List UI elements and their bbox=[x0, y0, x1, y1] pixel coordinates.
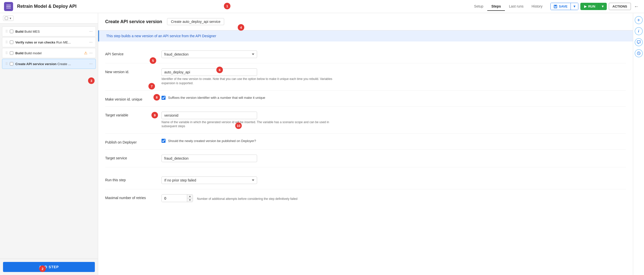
drag-handle-4: ⠿ bbox=[5, 62, 8, 66]
make-unique-checkbox-label: Suffixes the version identifier with a n… bbox=[168, 96, 265, 100]
target-variable-label: Target variable bbox=[105, 112, 155, 117]
panel-title: Create API service version bbox=[105, 19, 162, 24]
step-item-create-api[interactable]: ⠿ Create API service version Create ... … bbox=[2, 59, 96, 69]
api-service-row: API Service fraud_detection service_a se… bbox=[105, 48, 626, 61]
new-version-row: New version id. Identifier of the new ve… bbox=[105, 65, 626, 88]
warn-icon-3: ⚠ bbox=[84, 51, 87, 55]
step-label-4: Create API service version Create ... bbox=[15, 62, 87, 66]
step-item-build-model[interactable]: ⠿ Build Build model ⚠ ··· bbox=[2, 48, 96, 58]
step-item-build-mes[interactable]: ⠿ Build Build MES ··· bbox=[2, 26, 96, 36]
drag-handle-3: ⠿ bbox=[5, 51, 8, 55]
panel-subtitle-text: Create auto_deploy_api service bbox=[171, 20, 220, 24]
target-service-control bbox=[162, 155, 626, 162]
target-variable-hint: Name of the variable in which the genera… bbox=[162, 120, 338, 129]
header: Retrain Model & Deploy API Setup Steps L… bbox=[0, 0, 644, 13]
svg-rect-2 bbox=[555, 7, 556, 8]
api-service-select[interactable]: fraud_detection service_a service_b bbox=[162, 51, 257, 58]
target-service-input[interactable] bbox=[162, 155, 257, 162]
run-dropdown-button[interactable]: ▼ bbox=[599, 3, 606, 10]
drag-handle-2: ⠿ bbox=[5, 40, 8, 44]
new-version-control: Identifier of the new version to create.… bbox=[162, 68, 626, 85]
publish-checkbox[interactable] bbox=[162, 139, 166, 143]
select-all-input[interactable] bbox=[5, 17, 8, 20]
new-version-label: New version id. bbox=[105, 68, 155, 74]
max-retries-spinner: ▲ ▼ bbox=[162, 194, 193, 202]
right-sidebar: + i bbox=[633, 13, 644, 275]
plus-icon[interactable]: + bbox=[635, 16, 643, 24]
chat-icon[interactable] bbox=[635, 38, 643, 46]
main-layout: ▼ ⠿ Build Build MES ··· ⠿ bbox=[0, 13, 644, 275]
step-checkbox-3[interactable] bbox=[10, 51, 13, 55]
menu-icon[interactable] bbox=[4, 2, 13, 11]
drag-handle: ⠿ bbox=[5, 29, 8, 33]
publish-label: Publish on Deployer bbox=[105, 139, 155, 144]
header-actions: SAVE ▼ ▶ RUN ▼ ACTIONS ← bbox=[550, 3, 640, 10]
step-menu-3[interactable]: ··· bbox=[89, 51, 93, 55]
spinner-down[interactable]: ▼ bbox=[187, 198, 193, 202]
sidebar-footer: ADD STEP bbox=[0, 259, 98, 275]
panel-subtitle-tag: Create auto_deploy_api service bbox=[167, 18, 224, 25]
run-step-control: If no prior step failed Always Never bbox=[162, 176, 626, 184]
make-unique-checkbox[interactable] bbox=[162, 96, 166, 100]
target-variable-control: Name of the variable in which the genera… bbox=[162, 112, 626, 129]
sidebar: ▼ ⠿ Build Build MES ··· ⠿ bbox=[0, 13, 98, 275]
target-variable-input[interactable] bbox=[162, 112, 257, 119]
step-menu-2[interactable]: ··· bbox=[89, 40, 93, 44]
spinner-buttons: ▲ ▼ bbox=[187, 195, 193, 202]
max-retries-input[interactable] bbox=[162, 195, 187, 202]
publish-control: Should the newly created version be publ… bbox=[162, 139, 626, 143]
run-step-select[interactable]: If no prior step failed Always Never bbox=[162, 176, 257, 184]
run-step-label: Run this step bbox=[105, 176, 155, 182]
actions-button[interactable]: ACTIONS bbox=[609, 3, 631, 10]
make-unique-control: Suffixes the version identifier with a n… bbox=[162, 96, 626, 100]
save-dropdown-button[interactable]: ▼ bbox=[571, 3, 578, 10]
panel-header: Create API service version Create auto_d… bbox=[98, 13, 633, 30]
run-button[interactable]: ▶ RUN bbox=[581, 3, 599, 10]
new-version-hint: Identifier of the new version to create.… bbox=[162, 77, 338, 85]
max-retries-hint: Number of additional attempts before con… bbox=[197, 195, 298, 201]
api-service-control: fraud_detection service_a service_b bbox=[162, 51, 626, 58]
tab-setup[interactable]: Setup bbox=[470, 2, 488, 11]
select-all-checkbox[interactable]: ▼ bbox=[3, 16, 14, 21]
max-retries-row: Maximal number of retries ▲ ▼ Number of … bbox=[105, 191, 626, 205]
tab-last-runs[interactable]: Last runs bbox=[505, 2, 528, 11]
make-unique-row: Make version id. unique Suffixes the ver… bbox=[105, 93, 626, 104]
select-all-dropdown[interactable]: ▼ bbox=[9, 17, 12, 20]
new-version-input[interactable] bbox=[162, 68, 257, 76]
page-title: Retrain Model & Deploy API bbox=[17, 4, 466, 9]
spinner-up[interactable]: ▲ bbox=[187, 195, 193, 198]
info-icon[interactable]: i bbox=[635, 27, 643, 35]
max-retries-control: ▲ ▼ Number of additional attempts before… bbox=[162, 194, 626, 202]
tab-steps[interactable]: Steps bbox=[487, 2, 505, 11]
step-label-3: Build Build model bbox=[15, 51, 82, 55]
header-nav: Setup Steps Last runs History bbox=[470, 2, 547, 11]
publish-checkbox-row: Should the newly created version be publ… bbox=[162, 139, 626, 143]
step-item-verify[interactable]: ⠿ Verify rules or run checks Run ME... ·… bbox=[2, 37, 96, 47]
step-checkbox-1[interactable] bbox=[10, 30, 13, 33]
step-menu-1[interactable]: ··· bbox=[89, 29, 93, 34]
step-checkbox-4[interactable] bbox=[10, 62, 13, 66]
form-body: API Service fraud_detection service_a se… bbox=[98, 41, 633, 211]
run-step-row: Run this step If no prior step failed Al… bbox=[105, 173, 626, 187]
run-button-group: ▶ RUN ▼ bbox=[580, 3, 607, 10]
tab-history[interactable]: History bbox=[528, 2, 547, 11]
save-button-group: SAVE ▼ bbox=[550, 3, 578, 10]
add-step-button[interactable]: ADD STEP bbox=[3, 262, 95, 272]
clock-icon[interactable] bbox=[635, 49, 643, 57]
save-button[interactable]: SAVE bbox=[551, 3, 570, 10]
svg-rect-1 bbox=[554, 5, 556, 6]
make-unique-checkbox-row: Suffixes the version identifier with a n… bbox=[162, 96, 626, 100]
target-service-row: Target service bbox=[105, 152, 626, 165]
api-service-label: API Service bbox=[105, 51, 155, 56]
step-checkbox-2[interactable] bbox=[10, 40, 13, 44]
right-panel: Create API service version Create auto_d… bbox=[98, 13, 633, 275]
back-button[interactable]: ← bbox=[633, 3, 640, 10]
step-label-1: Build Build MES bbox=[15, 30, 87, 33]
publish-checkbox-label: Should the newly created version be publ… bbox=[168, 139, 256, 143]
make-unique-label: Make version id. unique bbox=[105, 96, 155, 101]
step-menu-4[interactable]: ··· bbox=[89, 62, 93, 66]
steps-list: ⠿ Build Build MES ··· ⠿ Verify rules or … bbox=[0, 24, 98, 259]
sidebar-toolbar: ▼ bbox=[0, 13, 98, 24]
step-label-2: Verify rules or run checks Run ME... bbox=[15, 40, 87, 44]
info-banner: This step builds a new version of an API… bbox=[98, 30, 633, 41]
